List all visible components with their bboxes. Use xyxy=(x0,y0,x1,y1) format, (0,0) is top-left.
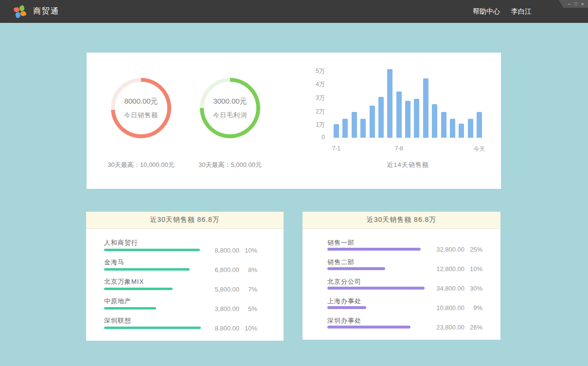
row-value: 10,800.00 xyxy=(410,304,464,311)
help-center-link[interactable]: 帮助中心 xyxy=(473,7,500,16)
row-value: 34,800.00 xyxy=(410,285,464,292)
today-sales-donut: 8000.00元 今日销售额 xyxy=(111,78,171,138)
sales-bar xyxy=(327,326,410,329)
today-profit-value: 3000.00元 xyxy=(213,97,247,106)
department-row: 销售二部 12,800.0010% xyxy=(303,256,500,275)
bar xyxy=(450,119,455,138)
row-value: 5,800.00 xyxy=(192,286,239,293)
customer-sales-card: 近30天销售额 86.8万 人和商贸行 8,800.0010% 金海马 6,80… xyxy=(86,212,284,341)
app-logo-pinwheel-icon xyxy=(14,5,26,18)
maximize-button-icon[interactable]: □ xyxy=(574,0,577,8)
bar xyxy=(378,97,384,138)
department-row: 上海办事处 10,800.009% xyxy=(303,295,500,314)
app-title: 商贸通 xyxy=(33,6,59,17)
row-percent: 30% xyxy=(464,285,482,292)
row-percent: 10% xyxy=(464,265,482,273)
department-row: 销售一部 32,800.0025% xyxy=(303,237,500,256)
profit-30d-high: 30天最高：5,000.00元 xyxy=(179,161,281,169)
bar-chart-xlabels: 7-17-8今天 xyxy=(334,145,482,153)
customer-row: 北京万象MIX 5,800.007% xyxy=(86,275,284,295)
window-controls: ─ □ × xyxy=(559,0,588,8)
row-percent: 9% xyxy=(464,304,482,311)
row-percent: 7% xyxy=(239,286,257,293)
customer-name: 北京万象MIX xyxy=(104,277,144,286)
logo-petal-red xyxy=(14,7,19,12)
bar xyxy=(387,69,392,138)
y-axis-label: 1万 xyxy=(304,121,325,129)
customer-row: 金海马 6,800.008% xyxy=(86,256,284,275)
row-percent: 25% xyxy=(464,246,482,253)
bar-chart-bars xyxy=(334,70,482,138)
customer-name: 中原地产 xyxy=(104,297,131,306)
titlebar: 商贸通 帮助中心 李白江 ─ □ × xyxy=(0,0,588,23)
bar xyxy=(441,112,446,138)
y-axis-label: 4万 xyxy=(304,80,325,89)
bar xyxy=(414,99,419,138)
bar xyxy=(396,92,402,138)
x-axis-label: 今天 xyxy=(474,145,485,153)
bar xyxy=(459,124,464,138)
today-sales-value: 8000.00元 xyxy=(124,97,158,106)
today-profit-label: 今日毛利润 xyxy=(213,111,247,120)
y-axis-label: 3万 xyxy=(304,94,325,102)
row-value: 6,800.00 xyxy=(192,266,239,274)
row-value: 8,800.00 xyxy=(192,325,239,332)
customer-row: 深圳联想 8,800.0010% xyxy=(86,314,284,334)
x-axis-label: 7-1 xyxy=(332,145,340,152)
row-percent: 8% xyxy=(239,266,257,274)
sales-bar xyxy=(104,327,201,329)
bar xyxy=(370,106,375,138)
x-axis-label: 7-8 xyxy=(394,145,403,152)
bar xyxy=(432,104,437,138)
sales-bar xyxy=(104,288,173,290)
row-value: 3,800.00 xyxy=(192,305,239,312)
bar-chart-title: 近14天销售额 xyxy=(334,161,482,169)
bar xyxy=(334,124,339,138)
sales-bar xyxy=(104,249,200,251)
row-percent: 26% xyxy=(464,324,482,331)
today-profit-donut: 3000.00元 今日毛利润 xyxy=(200,78,260,138)
username-link[interactable]: 李白江 xyxy=(511,7,532,16)
bar xyxy=(468,119,473,138)
sales-30d-high: 30天最高：10,000.00元 xyxy=(90,161,192,169)
y-axis-label: 2万 xyxy=(304,108,325,116)
today-sales-label: 今日销售额 xyxy=(124,111,158,120)
sales-bar xyxy=(104,307,156,310)
customer-name: 金海马 xyxy=(104,258,125,267)
department-name: 销售一部 xyxy=(327,238,355,247)
customer-row: 人和商贸行 8,800.0010% xyxy=(86,237,284,256)
row-value: 32,800.00 xyxy=(410,246,464,253)
department-name: 深圳办事处 xyxy=(327,316,361,325)
department-sales-card: 近30天销售额 86.8万 销售一部 32,800.0025% 销售二部 12,… xyxy=(303,212,500,340)
y-axis-label: 5万 xyxy=(304,67,325,75)
row-value: 8,800.00 xyxy=(192,247,239,254)
customer-name: 人和商贸行 xyxy=(104,238,138,247)
row-percent: 10% xyxy=(239,325,257,332)
department-name: 北京分公司 xyxy=(327,277,361,286)
row-percent: 5% xyxy=(239,305,257,312)
department-row: 深圳办事处 23,800.0026% xyxy=(303,314,500,334)
row-value: 12,800.00 xyxy=(410,265,464,273)
today-stats-card: 8000.00元 今日销售额 30天最高：10,000.00元 3000.00元… xyxy=(87,53,501,189)
bar xyxy=(477,112,482,138)
bar xyxy=(360,119,366,138)
sales-bar xyxy=(327,267,385,270)
bar xyxy=(342,119,348,138)
department-name: 销售二部 xyxy=(327,258,355,267)
row-percent: 10% xyxy=(239,247,257,254)
sales-bar xyxy=(327,248,421,251)
row-value: 23,800.00 xyxy=(410,324,464,331)
bar xyxy=(405,101,410,138)
department-row: 北京分公司 34,800.0030% xyxy=(303,275,500,295)
bar xyxy=(423,78,428,138)
y-axis-label: 0 xyxy=(304,134,325,141)
department-card-title: 近30天销售额 86.8万 xyxy=(303,212,500,229)
department-name: 上海办事处 xyxy=(327,297,361,306)
customer-card-title: 近30天销售额 86.8万 xyxy=(86,212,284,229)
sales-bar xyxy=(327,306,366,309)
bar xyxy=(352,112,357,138)
close-button-icon[interactable]: × xyxy=(581,0,584,8)
sales-bar xyxy=(104,268,190,271)
minimize-button-icon[interactable]: ─ xyxy=(568,0,570,8)
customer-row: 中原地产 3,800.005% xyxy=(86,295,284,314)
